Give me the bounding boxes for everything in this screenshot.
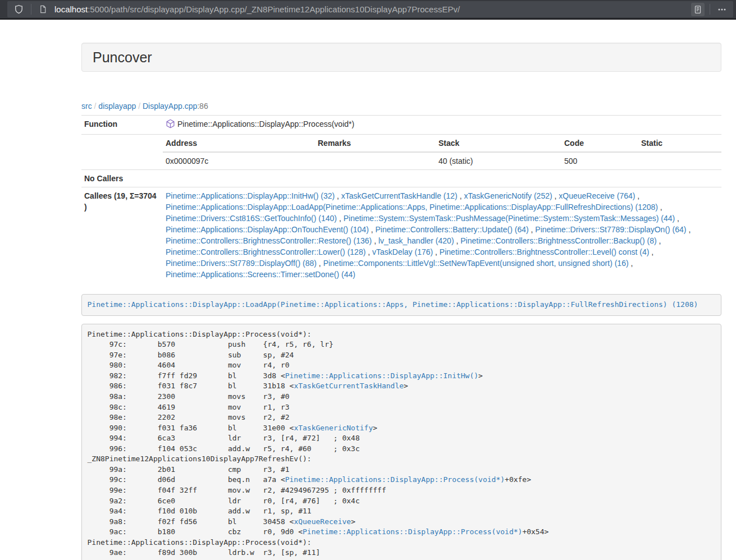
cell-static: [638, 152, 721, 169]
callee-link[interactable]: Pinetime::Controllers::BrightnessControl…: [166, 247, 365, 256]
function-label: Function: [81, 116, 163, 135]
page-title: Puncover: [93, 49, 152, 65]
site-identity-page-icon[interactable]: [36, 3, 49, 16]
reader-view-icon[interactable]: [691, 3, 705, 16]
callee-link[interactable]: Pinetime::Controllers::BrightnessControl…: [166, 236, 372, 245]
callee-link[interactable]: Pinetime::Controllers::BrightnessControl…: [440, 247, 649, 256]
assembly-symbol-link[interactable]: xTaskGenericNotify: [294, 424, 373, 432]
page-title-panel: Puncover: [81, 43, 721, 72]
no-callers-cell: [163, 170, 721, 187]
col-remarks: Remarks: [315, 135, 436, 152]
callee-link[interactable]: vTaskDelay (176): [372, 247, 433, 256]
function-row: Function Pinetime::Applications::Display…: [81, 116, 721, 135]
callee-link[interactable]: Pinetime::Applications::DisplayApp::Init…: [166, 191, 335, 200]
cell-remarks: [315, 152, 436, 169]
loadapp-link[interactable]: Pinetime::Applications::DisplayApp::Load…: [88, 300, 698, 309]
callees-list: Pinetime::Applications::DisplayApp::Init…: [163, 187, 721, 283]
loadapp-highlight-box: Pinetime::Applications::DisplayApp::Load…: [81, 294, 721, 316]
col-code: Code: [561, 135, 638, 152]
assembly-symbol-link[interactable]: Pinetime::Applications::DisplayApp::Init…: [285, 371, 478, 380]
page-content: Puncover src / displayapp / DisplayApp.c…: [81, 43, 721, 560]
callee-link[interactable]: Pinetime::Applications::Screens::Timer::…: [166, 270, 355, 279]
breadcrumb-link[interactable]: src: [81, 102, 92, 111]
no-callers-row: No Callers: [81, 170, 721, 187]
tracking-shield-icon[interactable]: [12, 2, 26, 16]
breadcrumb-link[interactable]: DisplayApp.cpp: [143, 102, 197, 111]
breadcrumb-line-number: :86: [197, 102, 208, 111]
assembly-symbol-link[interactable]: Pinetime::Applications::DisplayApp::Proc…: [285, 475, 505, 484]
breadcrumb: src / displayapp / DisplayApp.cpp:86: [81, 100, 721, 112]
col-static: Static: [638, 135, 721, 152]
callee-link[interactable]: xTaskGenericNotify (252): [464, 191, 552, 200]
url-host: localhost: [54, 4, 88, 14]
function-name: Pinetime::Applications::DisplayApp::Proc…: [177, 120, 354, 128]
url-text[interactable]: localhost:5000/path/src/displayapp/Displ…: [54, 4, 691, 14]
callee-link[interactable]: Pinetime::Controllers::Battery::Update()…: [376, 225, 529, 234]
browser-window: localhost:5000/path/src/displayapp/Displ…: [0, 0, 736, 560]
metrics-data-row: 0x0000097c 40 (static) 500: [163, 152, 721, 169]
metrics-cell: Address Remarks Stack Code Static 0x0000…: [163, 135, 721, 170]
cell-address: 0x0000097c: [163, 152, 315, 169]
breadcrumb-link[interactable]: displayapp: [98, 102, 136, 111]
callee-link[interactable]: Pinetime::Drivers::St7789::DisplayOff() …: [166, 259, 317, 268]
callee-link[interactable]: lv_task_handler (420): [378, 236, 454, 245]
col-stack: Stack: [436, 135, 561, 152]
callees-label: Callees (19, Σ=3704 ): [81, 187, 163, 283]
page-actions-more-icon[interactable]: [715, 3, 729, 16]
cell-stack: 40 (static): [436, 152, 561, 169]
symbol-cube-icon: [166, 119, 175, 131]
breadcrumb-separator: /: [92, 102, 99, 111]
callees-row: Callees (19, Σ=3704 ) Pinetime::Applicat…: [81, 187, 721, 283]
callee-link[interactable]: Pinetime::Components::LittleVgl::SetNewT…: [323, 259, 629, 268]
function-name-cell: Pinetime::Applications::DisplayApp::Proc…: [163, 116, 721, 135]
no-callers-label: No Callers: [81, 170, 163, 187]
callee-link[interactable]: xTaskGetCurrentTaskHandle (12): [341, 191, 458, 200]
metrics-row: Address Remarks Stack Code Static 0x0000…: [81, 135, 721, 170]
urlbar-divider: [31, 4, 31, 15]
col-address: Address: [163, 135, 315, 152]
callee-link[interactable]: Pinetime::Applications::DisplayApp::OnTo…: [166, 225, 369, 234]
assembly-symbol-link[interactable]: xTaskGetCurrentTaskHandle: [294, 382, 404, 390]
cell-code: 500: [561, 152, 638, 169]
url-path: :5000/path/src/displayapp/DisplayApp.cpp…: [88, 4, 460, 14]
callee-link[interactable]: xQueueReceive (764): [559, 191, 635, 200]
metrics-header-row: Address Remarks Stack Code Static: [163, 135, 721, 152]
callee-link[interactable]: Pinetime::Drivers::St7789::DisplayOn() (…: [535, 225, 686, 234]
urlbar-divider-right: [710, 4, 710, 15]
breadcrumb-separator: /: [136, 102, 143, 111]
browser-toolbar: localhost:5000/path/src/displayapp/Displ…: [0, 0, 736, 20]
metrics-label-spacer: [81, 135, 163, 170]
browser-url-bar[interactable]: localhost:5000/path/src/displayapp/Displ…: [7, 1, 733, 17]
assembly-symbol-link[interactable]: xQueueReceive: [294, 517, 351, 526]
callee-link[interactable]: Pinetime::Drivers::Cst816S::GetTouchInfo…: [166, 214, 337, 223]
callee-link[interactable]: Pinetime::Applications::DisplayApp::Load…: [166, 203, 658, 212]
assembly-symbol-link[interactable]: Pinetime::Applications::DisplayApp::Proc…: [303, 527, 522, 536]
function-table: Function Pinetime::Applications::Display…: [81, 115, 721, 283]
metrics-table: Address Remarks Stack Code Static 0x0000…: [163, 135, 721, 169]
callee-link[interactable]: Pinetime::System::SystemTask::PushMessag…: [344, 214, 675, 223]
assembly-code: Pinetime::Applications::DisplayApp::Proc…: [81, 324, 721, 560]
callee-link[interactable]: Pinetime::Controllers::BrightnessControl…: [460, 236, 656, 245]
